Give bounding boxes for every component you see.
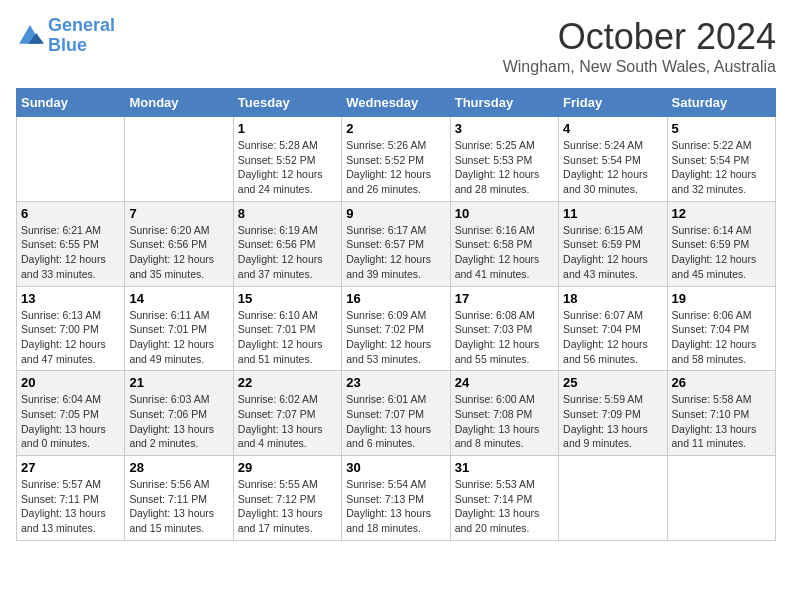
calendar-cell: 30Sunrise: 5:54 AM Sunset: 7:13 PM Dayli… <box>342 456 450 541</box>
calendar-cell: 20Sunrise: 6:04 AM Sunset: 7:05 PM Dayli… <box>17 371 125 456</box>
day-number: 1 <box>238 121 337 136</box>
day-number: 19 <box>672 291 771 306</box>
location-subtitle: Wingham, New South Wales, Australia <box>503 58 776 76</box>
calendar-cell: 16Sunrise: 6:09 AM Sunset: 7:02 PM Dayli… <box>342 286 450 371</box>
calendar-cell: 2Sunrise: 5:26 AM Sunset: 5:52 PM Daylig… <box>342 117 450 202</box>
month-title: October 2024 <box>503 16 776 58</box>
weekday-header-tuesday: Tuesday <box>233 89 341 117</box>
logo-icon <box>16 22 44 50</box>
calendar-cell: 10Sunrise: 6:16 AM Sunset: 6:58 PM Dayli… <box>450 201 558 286</box>
day-number: 15 <box>238 291 337 306</box>
calendar-cell: 15Sunrise: 6:10 AM Sunset: 7:01 PM Dayli… <box>233 286 341 371</box>
day-info: Sunrise: 6:21 AM Sunset: 6:55 PM Dayligh… <box>21 223 120 282</box>
calendar-cell: 29Sunrise: 5:55 AM Sunset: 7:12 PM Dayli… <box>233 456 341 541</box>
day-number: 11 <box>563 206 662 221</box>
calendar-week-row: 1Sunrise: 5:28 AM Sunset: 5:52 PM Daylig… <box>17 117 776 202</box>
logo-line1: General <box>48 15 115 35</box>
day-info: Sunrise: 6:01 AM Sunset: 7:07 PM Dayligh… <box>346 392 445 451</box>
day-info: Sunrise: 6:17 AM Sunset: 6:57 PM Dayligh… <box>346 223 445 282</box>
day-number: 4 <box>563 121 662 136</box>
day-number: 23 <box>346 375 445 390</box>
day-number: 31 <box>455 460 554 475</box>
title-block: October 2024 Wingham, New South Wales, A… <box>503 16 776 76</box>
calendar-cell <box>667 456 775 541</box>
day-info: Sunrise: 6:15 AM Sunset: 6:59 PM Dayligh… <box>563 223 662 282</box>
day-info: Sunrise: 6:04 AM Sunset: 7:05 PM Dayligh… <box>21 392 120 451</box>
calendar-cell: 17Sunrise: 6:08 AM Sunset: 7:03 PM Dayli… <box>450 286 558 371</box>
logo-text: General Blue <box>48 16 115 56</box>
calendar-cell: 14Sunrise: 6:11 AM Sunset: 7:01 PM Dayli… <box>125 286 233 371</box>
day-number: 26 <box>672 375 771 390</box>
day-number: 8 <box>238 206 337 221</box>
calendar-cell: 12Sunrise: 6:14 AM Sunset: 6:59 PM Dayli… <box>667 201 775 286</box>
day-info: Sunrise: 6:08 AM Sunset: 7:03 PM Dayligh… <box>455 308 554 367</box>
weekday-header-wednesday: Wednesday <box>342 89 450 117</box>
day-info: Sunrise: 5:26 AM Sunset: 5:52 PM Dayligh… <box>346 138 445 197</box>
calendar-cell: 27Sunrise: 5:57 AM Sunset: 7:11 PM Dayli… <box>17 456 125 541</box>
day-number: 17 <box>455 291 554 306</box>
day-info: Sunrise: 6:00 AM Sunset: 7:08 PM Dayligh… <box>455 392 554 451</box>
day-info: Sunrise: 6:13 AM Sunset: 7:00 PM Dayligh… <box>21 308 120 367</box>
weekday-header-row: SundayMondayTuesdayWednesdayThursdayFrid… <box>17 89 776 117</box>
calendar-cell: 4Sunrise: 5:24 AM Sunset: 5:54 PM Daylig… <box>559 117 667 202</box>
day-info: Sunrise: 6:20 AM Sunset: 6:56 PM Dayligh… <box>129 223 228 282</box>
calendar-week-row: 27Sunrise: 5:57 AM Sunset: 7:11 PM Dayli… <box>17 456 776 541</box>
day-number: 9 <box>346 206 445 221</box>
day-number: 7 <box>129 206 228 221</box>
calendar-cell: 1Sunrise: 5:28 AM Sunset: 5:52 PM Daylig… <box>233 117 341 202</box>
day-number: 18 <box>563 291 662 306</box>
calendar-week-row: 6Sunrise: 6:21 AM Sunset: 6:55 PM Daylig… <box>17 201 776 286</box>
day-info: Sunrise: 6:10 AM Sunset: 7:01 PM Dayligh… <box>238 308 337 367</box>
day-info: Sunrise: 6:14 AM Sunset: 6:59 PM Dayligh… <box>672 223 771 282</box>
day-number: 6 <box>21 206 120 221</box>
calendar-cell: 21Sunrise: 6:03 AM Sunset: 7:06 PM Dayli… <box>125 371 233 456</box>
day-number: 5 <box>672 121 771 136</box>
day-info: Sunrise: 6:02 AM Sunset: 7:07 PM Dayligh… <box>238 392 337 451</box>
day-info: Sunrise: 6:11 AM Sunset: 7:01 PM Dayligh… <box>129 308 228 367</box>
day-number: 28 <box>129 460 228 475</box>
calendar-cell: 11Sunrise: 6:15 AM Sunset: 6:59 PM Dayli… <box>559 201 667 286</box>
calendar-cell <box>125 117 233 202</box>
calendar-cell <box>17 117 125 202</box>
day-number: 2 <box>346 121 445 136</box>
calendar-cell: 28Sunrise: 5:56 AM Sunset: 7:11 PM Dayli… <box>125 456 233 541</box>
day-number: 27 <box>21 460 120 475</box>
weekday-header-thursday: Thursday <box>450 89 558 117</box>
day-number: 30 <box>346 460 445 475</box>
day-info: Sunrise: 5:56 AM Sunset: 7:11 PM Dayligh… <box>129 477 228 536</box>
day-info: Sunrise: 5:28 AM Sunset: 5:52 PM Dayligh… <box>238 138 337 197</box>
page-header: General Blue October 2024 Wingham, New S… <box>16 16 776 76</box>
logo-line2: Blue <box>48 35 87 55</box>
calendar-cell: 26Sunrise: 5:58 AM Sunset: 7:10 PM Dayli… <box>667 371 775 456</box>
calendar-cell: 6Sunrise: 6:21 AM Sunset: 6:55 PM Daylig… <box>17 201 125 286</box>
calendar-cell: 13Sunrise: 6:13 AM Sunset: 7:00 PM Dayli… <box>17 286 125 371</box>
logo: General Blue <box>16 16 115 56</box>
day-number: 20 <box>21 375 120 390</box>
day-info: Sunrise: 5:59 AM Sunset: 7:09 PM Dayligh… <box>563 392 662 451</box>
calendar-cell: 18Sunrise: 6:07 AM Sunset: 7:04 PM Dayli… <box>559 286 667 371</box>
calendar-table: SundayMondayTuesdayWednesdayThursdayFrid… <box>16 88 776 541</box>
day-number: 29 <box>238 460 337 475</box>
day-info: Sunrise: 6:16 AM Sunset: 6:58 PM Dayligh… <box>455 223 554 282</box>
calendar-cell: 23Sunrise: 6:01 AM Sunset: 7:07 PM Dayli… <box>342 371 450 456</box>
day-number: 14 <box>129 291 228 306</box>
day-number: 16 <box>346 291 445 306</box>
day-info: Sunrise: 5:25 AM Sunset: 5:53 PM Dayligh… <box>455 138 554 197</box>
day-info: Sunrise: 5:53 AM Sunset: 7:14 PM Dayligh… <box>455 477 554 536</box>
day-info: Sunrise: 5:55 AM Sunset: 7:12 PM Dayligh… <box>238 477 337 536</box>
calendar-cell: 22Sunrise: 6:02 AM Sunset: 7:07 PM Dayli… <box>233 371 341 456</box>
calendar-week-row: 13Sunrise: 6:13 AM Sunset: 7:00 PM Dayli… <box>17 286 776 371</box>
weekday-header-sunday: Sunday <box>17 89 125 117</box>
calendar-cell: 24Sunrise: 6:00 AM Sunset: 7:08 PM Dayli… <box>450 371 558 456</box>
day-info: Sunrise: 5:57 AM Sunset: 7:11 PM Dayligh… <box>21 477 120 536</box>
day-info: Sunrise: 5:54 AM Sunset: 7:13 PM Dayligh… <box>346 477 445 536</box>
day-info: Sunrise: 6:03 AM Sunset: 7:06 PM Dayligh… <box>129 392 228 451</box>
day-info: Sunrise: 6:19 AM Sunset: 6:56 PM Dayligh… <box>238 223 337 282</box>
day-number: 22 <box>238 375 337 390</box>
weekday-header-friday: Friday <box>559 89 667 117</box>
weekday-header-saturday: Saturday <box>667 89 775 117</box>
day-info: Sunrise: 6:06 AM Sunset: 7:04 PM Dayligh… <box>672 308 771 367</box>
day-info: Sunrise: 5:58 AM Sunset: 7:10 PM Dayligh… <box>672 392 771 451</box>
day-number: 21 <box>129 375 228 390</box>
day-number: 10 <box>455 206 554 221</box>
